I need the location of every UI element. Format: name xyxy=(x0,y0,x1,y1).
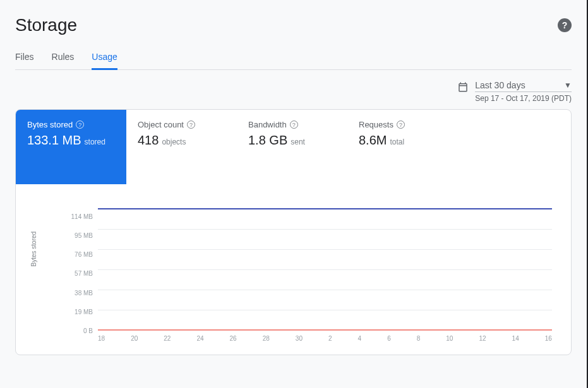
metric-suffix: sent xyxy=(291,138,305,146)
y-tick: 76 MB xyxy=(64,251,93,258)
y-tick: 114 MB xyxy=(64,213,93,220)
x-tick: 10 xyxy=(446,335,453,342)
chart-series-baseline xyxy=(98,329,552,331)
info-icon[interactable]: ? xyxy=(187,121,195,129)
x-tick: 6 xyxy=(387,335,391,342)
y-tick: 57 MB xyxy=(64,270,93,277)
y-tick: 0 B xyxy=(64,327,93,334)
x-tick: 16 xyxy=(545,335,552,342)
date-range-picker[interactable]: Last 30 days ▼ Sep 17 - Oct 17, 2019 (PD… xyxy=(457,80,572,103)
metric-label: Requests xyxy=(359,120,393,129)
metric-suffix: stored xyxy=(85,138,105,146)
metric-value: 133.1 MB xyxy=(27,133,81,148)
info-icon[interactable]: ? xyxy=(290,121,298,129)
metric-suffix: objects xyxy=(162,138,186,146)
x-tick: 26 xyxy=(230,335,237,342)
x-tick: 30 xyxy=(296,335,303,342)
chart-area: Bytes stored 0 B19 MB38 MB57 MB76 MB95 M… xyxy=(16,184,571,355)
y-axis-ticks: 0 B19 MB38 MB57 MB76 MB95 MB114 MB xyxy=(64,209,93,331)
metric-label: Bytes stored xyxy=(27,120,73,129)
metric-label: Object count xyxy=(138,120,184,129)
info-icon[interactable]: ? xyxy=(397,121,405,129)
y-axis-label: Bytes stored xyxy=(30,232,37,267)
chart-gridline xyxy=(98,310,552,310)
metric-value: 8.6M xyxy=(359,133,387,148)
x-tick: 28 xyxy=(263,335,270,342)
x-tick: 4 xyxy=(358,335,362,342)
metric-object-count[interactable]: Object count ? 418 objects xyxy=(126,110,237,184)
tabs: Files Rules Usage xyxy=(15,47,572,70)
date-range-sub: Sep 17 - Oct 17, 2019 (PDT) xyxy=(475,94,572,103)
x-tick: 22 xyxy=(164,335,171,342)
metric-requests[interactable]: Requests ? 8.6M total xyxy=(347,110,458,184)
x-tick: 2 xyxy=(328,335,332,342)
x-tick: 20 xyxy=(131,335,138,342)
metric-label: Bandwidth xyxy=(248,120,287,129)
y-tick: 95 MB xyxy=(64,232,93,239)
x-tick: 14 xyxy=(512,335,519,342)
help-icon[interactable]: ? xyxy=(558,18,572,32)
chart-plot xyxy=(98,209,552,331)
chart-gridline xyxy=(98,290,552,290)
metric-bytes-stored[interactable]: Bytes stored ? 133.1 MB stored xyxy=(16,110,126,184)
metric-value: 418 xyxy=(138,133,159,148)
tab-rules[interactable]: Rules xyxy=(52,47,75,70)
metric-value: 1.8 GB xyxy=(248,133,287,148)
x-tick: 8 xyxy=(417,335,421,342)
metric-suffix: total xyxy=(390,138,404,146)
chart-gridline xyxy=(98,249,552,250)
chart-gridline xyxy=(98,229,552,230)
x-axis-ticks: 18202224262830246810121416 xyxy=(98,335,552,342)
chart-gridline xyxy=(98,269,552,270)
y-tick: 19 MB xyxy=(64,308,93,315)
x-tick: 24 xyxy=(196,335,203,342)
usage-card: Bytes stored ? 133.1 MB stored Object co… xyxy=(15,109,572,355)
tab-usage[interactable]: Usage xyxy=(92,47,117,70)
metrics-row: Bytes stored ? 133.1 MB stored Object co… xyxy=(16,110,571,184)
chart-series-bytes-stored xyxy=(98,208,552,209)
calendar-icon xyxy=(457,81,469,93)
date-range-label: Last 30 days xyxy=(475,80,525,90)
y-tick: 38 MB xyxy=(64,289,93,296)
tab-files[interactable]: Files xyxy=(15,47,34,70)
metric-bandwidth[interactable]: Bandwidth ? 1.8 GB sent xyxy=(237,110,347,184)
chevron-down-icon: ▼ xyxy=(564,81,572,90)
info-icon[interactable]: ? xyxy=(76,121,84,129)
x-tick: 12 xyxy=(479,335,486,342)
x-tick: 18 xyxy=(98,335,105,342)
page-title: Storage xyxy=(15,15,77,35)
